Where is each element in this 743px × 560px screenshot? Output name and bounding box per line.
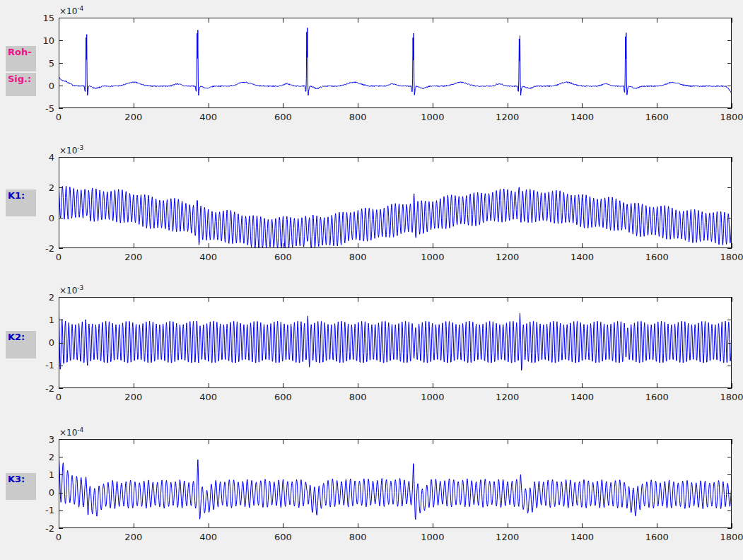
y-tick-label: -1 xyxy=(45,360,54,371)
y-tick-label: 5 xyxy=(49,58,54,69)
x-tick-label: 1600 xyxy=(645,252,669,262)
x-tick-label: 1600 xyxy=(645,532,669,542)
k2-y-tick-labels: -2-1012 xyxy=(45,292,54,394)
roh-sig-x-tick-labels: 020040060080010001200140016001800 xyxy=(56,112,743,122)
y-tick-label: 1 xyxy=(49,469,54,480)
y-tick-label: 0 xyxy=(49,213,54,223)
x-tick-label: 200 xyxy=(124,532,142,542)
label-roh: Roh- xyxy=(6,46,36,71)
label-k1-text: K1: xyxy=(8,190,25,201)
x-tick-label: 1200 xyxy=(496,392,519,402)
x-tick-label: 0 xyxy=(56,252,62,262)
signal-figure: 020040060080010001200140016001800-505101… xyxy=(0,0,743,560)
y-tick-label: 0 xyxy=(49,81,54,91)
x-tick-label: 1800 xyxy=(720,532,743,542)
x-tick-label: 1200 xyxy=(496,112,519,122)
y-tick-label: 0 xyxy=(49,487,54,498)
x-tick-label: 1600 xyxy=(645,112,669,122)
x-tick-label: 400 xyxy=(199,392,217,402)
y-tick-label: 4 xyxy=(49,152,54,163)
k3-y-tick-labels: -2-10123 xyxy=(45,434,54,534)
roh-sig-y-tick-labels: -5051015 xyxy=(42,13,54,114)
subplot-k2: 020040060080010001200140016001800-2-1012… xyxy=(0,284,743,407)
x-tick-label: 1800 xyxy=(720,112,743,122)
x-tick-label: 1400 xyxy=(571,532,594,542)
x-tick-label: 600 xyxy=(274,392,292,402)
y-tick-label: 0 xyxy=(49,337,54,348)
x-tick-label: 200 xyxy=(124,252,142,262)
x-tick-label: 1000 xyxy=(421,112,444,122)
subplot-k1: 020040060080010001200140016001800-2024×1… xyxy=(0,144,743,267)
y-tick-label: -2 xyxy=(45,523,54,534)
y-tick-label: 3 xyxy=(49,434,54,445)
x-tick-label: 1800 xyxy=(720,392,743,402)
k2-plot-canvas: 020040060080010001200140016001800-2-1012… xyxy=(0,284,743,407)
x-tick-label: 600 xyxy=(274,112,292,122)
k3-x-tick-labels: 020040060080010001200140016001800 xyxy=(56,532,743,542)
k1-x-tick-labels: 020040060080010001200140016001800 xyxy=(56,252,743,262)
label-k3: K3: xyxy=(6,473,36,500)
k1-plot-canvas: 020040060080010001200140016001800-2024×1… xyxy=(0,144,743,267)
y-tick-label: -5 xyxy=(45,103,54,114)
x-tick-label: 1400 xyxy=(571,252,594,262)
x-tick-label: 400 xyxy=(199,252,217,262)
y-tick-label: 2 xyxy=(49,292,54,303)
x-tick-label: 200 xyxy=(124,112,142,122)
x-tick-label: 0 xyxy=(56,392,62,402)
x-tick-label: 1400 xyxy=(571,112,594,122)
y-tick-label: 1 xyxy=(49,315,54,325)
y-tick-label: 2 xyxy=(49,182,54,193)
k2-x-tick-labels: 020040060080010001200140016001800 xyxy=(56,392,743,402)
k3-plot-canvas: 020040060080010001200140016001800-2-1012… xyxy=(0,426,743,547)
x-tick-label: 400 xyxy=(199,112,217,122)
x-tick-label: 1200 xyxy=(496,252,519,262)
k3-y-axis-exponent: ×10-4 xyxy=(59,426,84,438)
k2-plot-area xyxy=(59,297,732,388)
k1-y-tick-labels: -2024 xyxy=(45,152,54,254)
y-tick-label: 15 xyxy=(42,13,54,23)
x-tick-label: 1400 xyxy=(571,392,594,402)
x-tick-label: 1000 xyxy=(421,252,444,262)
label-k3-text: K3: xyxy=(8,474,25,484)
x-tick-label: 1000 xyxy=(421,392,444,402)
x-tick-label: 600 xyxy=(274,532,292,542)
roh-sig-y-axis-exponent: ×10-4 xyxy=(59,5,84,16)
x-tick-label: 800 xyxy=(349,112,367,122)
k2-y-axis-exponent: ×10-3 xyxy=(59,284,83,296)
label-k1: K1: xyxy=(6,189,36,216)
y-tick-label: 2 xyxy=(49,452,54,462)
x-tick-label: 800 xyxy=(349,532,367,542)
x-tick-label: 0 xyxy=(56,112,62,122)
y-tick-label: 10 xyxy=(42,35,54,46)
x-tick-label: 1800 xyxy=(720,252,743,262)
roh-sig-plot-area xyxy=(59,18,732,108)
roh-sig-plot-canvas: 020040060080010001200140016001800-505101… xyxy=(0,5,743,127)
subplot-k3: 020040060080010001200140016001800-2-1012… xyxy=(0,426,743,547)
y-tick-label: -2 xyxy=(45,243,54,254)
x-tick-label: 600 xyxy=(274,252,292,262)
x-tick-label: 0 xyxy=(56,532,62,542)
label-sig: Sig.: xyxy=(6,73,36,96)
x-tick-label: 1000 xyxy=(421,532,444,542)
label-roh-text: Roh- xyxy=(8,47,32,57)
k1-y-axis-exponent: ×10-3 xyxy=(59,144,83,156)
x-tick-label: 400 xyxy=(199,532,217,542)
label-sig-text: Sig.: xyxy=(8,74,31,84)
x-tick-label: 800 xyxy=(349,252,367,262)
label-k2-text: K2: xyxy=(8,332,25,342)
x-tick-label: 200 xyxy=(124,392,142,402)
subplot-roh-sig: 020040060080010001200140016001800-505101… xyxy=(0,5,743,127)
y-tick-label: -1 xyxy=(45,505,54,515)
x-tick-label: 800 xyxy=(349,392,367,402)
x-tick-label: 1200 xyxy=(496,532,519,542)
label-k2: K2: xyxy=(6,331,36,358)
y-tick-label: -2 xyxy=(45,383,54,394)
x-tick-label: 1600 xyxy=(645,392,669,402)
